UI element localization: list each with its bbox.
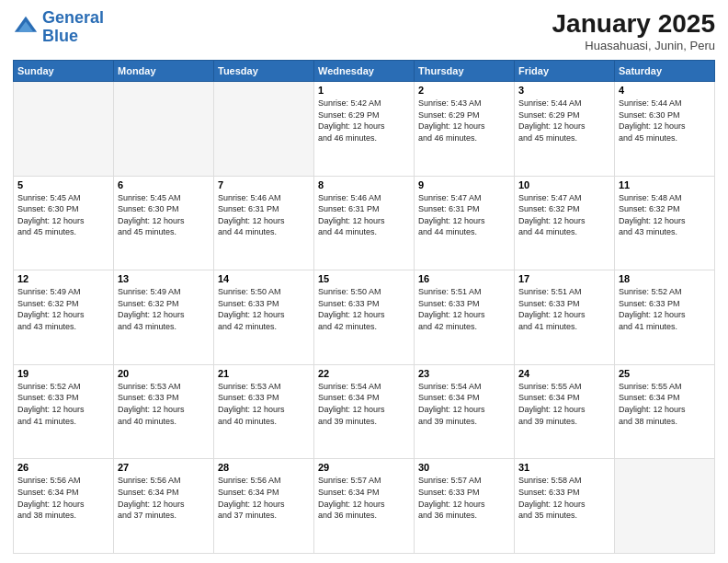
day-cell: 22Sunrise: 5:54 AMSunset: 6:34 PMDayligh… [314,364,415,459]
header-monday: Monday [114,61,214,82]
day-cell: 30Sunrise: 5:57 AMSunset: 6:33 PMDayligh… [415,459,515,554]
day-cell: 7Sunrise: 5:46 AMSunset: 6:31 PMDaylight… [214,176,314,270]
day-cell: 26Sunrise: 5:56 AMSunset: 6:34 PMDayligh… [14,459,114,554]
week-row-3: 12Sunrise: 5:49 AMSunset: 6:32 PMDayligh… [14,270,715,365]
day-cell: 16Sunrise: 5:51 AMSunset: 6:33 PMDayligh… [415,270,515,365]
page: General Blue January 2025 Huasahuasi, Ju… [0,0,728,563]
day-info: Sunrise: 5:56 AMSunset: 6:34 PMDaylight:… [17,475,109,521]
day-number: 18 [619,273,711,284]
day-cell [14,82,114,177]
day-info: Sunrise: 5:45 AMSunset: 6:30 PMDaylight:… [17,192,109,238]
day-cell: 15Sunrise: 5:50 AMSunset: 6:33 PMDayligh… [314,270,415,365]
header-saturday: Saturday [615,61,715,82]
day-cell: 19Sunrise: 5:52 AMSunset: 6:33 PMDayligh… [14,364,114,459]
week-row-4: 19Sunrise: 5:52 AMSunset: 6:33 PMDayligh… [14,364,715,459]
day-info: Sunrise: 5:58 AMSunset: 6:33 PMDaylight:… [518,475,610,521]
day-number: 10 [518,179,610,190]
title-block: January 2025 Huasahuasi, Junin, Peru [552,9,715,52]
day-cell: 28Sunrise: 5:56 AMSunset: 6:34 PMDayligh… [214,459,314,554]
day-number: 3 [518,85,610,96]
day-info: Sunrise: 5:55 AMSunset: 6:34 PMDaylight:… [619,381,711,427]
day-cell: 17Sunrise: 5:51 AMSunset: 6:33 PMDayligh… [515,270,615,365]
header-sunday: Sunday [14,61,114,82]
day-cell [615,459,715,554]
day-number: 7 [218,179,310,190]
day-number: 30 [418,462,510,473]
day-cell: 6Sunrise: 5:45 AMSunset: 6:30 PMDaylight… [114,176,214,270]
day-info: Sunrise: 5:50 AMSunset: 6:33 PMDaylight:… [218,286,310,332]
day-cell [214,82,314,177]
day-cell: 27Sunrise: 5:56 AMSunset: 6:34 PMDayligh… [114,459,214,554]
day-cell: 31Sunrise: 5:58 AMSunset: 6:33 PMDayligh… [515,459,615,554]
day-number: 13 [118,273,210,284]
calendar-subtitle: Huasahuasi, Junin, Peru [552,39,715,52]
day-info: Sunrise: 5:51 AMSunset: 6:33 PMDaylight:… [518,286,610,332]
day-cell [114,82,214,177]
day-cell: 21Sunrise: 5:53 AMSunset: 6:33 PMDayligh… [214,364,314,459]
week-row-2: 5Sunrise: 5:45 AMSunset: 6:30 PMDaylight… [14,176,715,270]
day-info: Sunrise: 5:47 AMSunset: 6:31 PMDaylight:… [418,192,510,238]
day-number: 29 [318,462,410,473]
day-number: 9 [418,179,510,190]
day-cell: 14Sunrise: 5:50 AMSunset: 6:33 PMDayligh… [214,270,314,365]
day-cell: 10Sunrise: 5:47 AMSunset: 6:32 PMDayligh… [515,176,615,270]
day-number: 14 [218,273,310,284]
day-cell: 23Sunrise: 5:54 AMSunset: 6:34 PMDayligh… [415,364,515,459]
week-row-5: 26Sunrise: 5:56 AMSunset: 6:34 PMDayligh… [14,459,715,554]
day-info: Sunrise: 5:57 AMSunset: 6:33 PMDaylight:… [418,475,510,521]
day-number: 19 [17,368,109,379]
day-info: Sunrise: 5:46 AMSunset: 6:31 PMDaylight:… [318,192,410,238]
week-row-1: 1Sunrise: 5:42 AMSunset: 6:29 PMDaylight… [14,82,715,177]
day-info: Sunrise: 5:54 AMSunset: 6:34 PMDaylight:… [418,381,510,427]
day-cell: 11Sunrise: 5:48 AMSunset: 6:32 PMDayligh… [615,176,715,270]
logo-icon [13,15,39,40]
day-number: 28 [218,462,310,473]
day-info: Sunrise: 5:49 AMSunset: 6:32 PMDaylight:… [118,286,210,332]
day-cell: 20Sunrise: 5:53 AMSunset: 6:33 PMDayligh… [114,364,214,459]
logo: General Blue [13,9,104,46]
header-thursday: Thursday [415,61,515,82]
day-cell: 2Sunrise: 5:43 AMSunset: 6:29 PMDaylight… [415,82,515,177]
day-info: Sunrise: 5:50 AMSunset: 6:33 PMDaylight:… [318,286,410,332]
day-number: 23 [418,368,510,379]
day-number: 21 [218,368,310,379]
day-cell: 9Sunrise: 5:47 AMSunset: 6:31 PMDaylight… [415,176,515,270]
day-number: 12 [17,273,109,284]
day-info: Sunrise: 5:53 AMSunset: 6:33 PMDaylight:… [218,381,310,427]
day-number: 11 [619,179,711,190]
day-number: 26 [17,462,109,473]
day-cell: 18Sunrise: 5:52 AMSunset: 6:33 PMDayligh… [615,270,715,365]
header-tuesday: Tuesday [214,61,314,82]
day-cell: 8Sunrise: 5:46 AMSunset: 6:31 PMDaylight… [314,176,415,270]
header-wednesday: Wednesday [314,61,415,82]
day-cell: 4Sunrise: 5:44 AMSunset: 6:30 PMDaylight… [615,82,715,177]
day-cell: 3Sunrise: 5:44 AMSunset: 6:29 PMDaylight… [515,82,615,177]
day-info: Sunrise: 5:43 AMSunset: 6:29 PMDaylight:… [418,98,510,144]
day-number: 1 [318,85,410,96]
day-info: Sunrise: 5:49 AMSunset: 6:32 PMDaylight:… [17,286,109,332]
day-number: 4 [619,85,711,96]
day-info: Sunrise: 5:54 AMSunset: 6:34 PMDaylight:… [318,381,410,427]
calendar-table: Sunday Monday Tuesday Wednesday Thursday… [13,60,715,554]
day-info: Sunrise: 5:47 AMSunset: 6:32 PMDaylight:… [518,192,610,238]
day-cell: 5Sunrise: 5:45 AMSunset: 6:30 PMDaylight… [14,176,114,270]
day-number: 24 [518,368,610,379]
day-number: 5 [17,179,109,190]
day-cell: 1Sunrise: 5:42 AMSunset: 6:29 PMDaylight… [314,82,415,177]
header: General Blue January 2025 Huasahuasi, Ju… [13,9,715,52]
day-cell: 13Sunrise: 5:49 AMSunset: 6:32 PMDayligh… [114,270,214,365]
day-info: Sunrise: 5:56 AMSunset: 6:34 PMDaylight:… [118,475,210,521]
day-info: Sunrise: 5:51 AMSunset: 6:33 PMDaylight:… [418,286,510,332]
day-info: Sunrise: 5:57 AMSunset: 6:34 PMDaylight:… [318,475,410,521]
day-info: Sunrise: 5:46 AMSunset: 6:31 PMDaylight:… [218,192,310,238]
day-cell: 25Sunrise: 5:55 AMSunset: 6:34 PMDayligh… [615,364,715,459]
day-info: Sunrise: 5:44 AMSunset: 6:30 PMDaylight:… [619,98,711,144]
header-friday: Friday [515,61,615,82]
day-number: 6 [118,179,210,190]
day-number: 15 [318,273,410,284]
day-info: Sunrise: 5:52 AMSunset: 6:33 PMDaylight:… [619,286,711,332]
day-info: Sunrise: 5:53 AMSunset: 6:33 PMDaylight:… [118,381,210,427]
day-info: Sunrise: 5:45 AMSunset: 6:30 PMDaylight:… [118,192,210,238]
day-number: 27 [118,462,210,473]
calendar-title: January 2025 [552,9,715,39]
